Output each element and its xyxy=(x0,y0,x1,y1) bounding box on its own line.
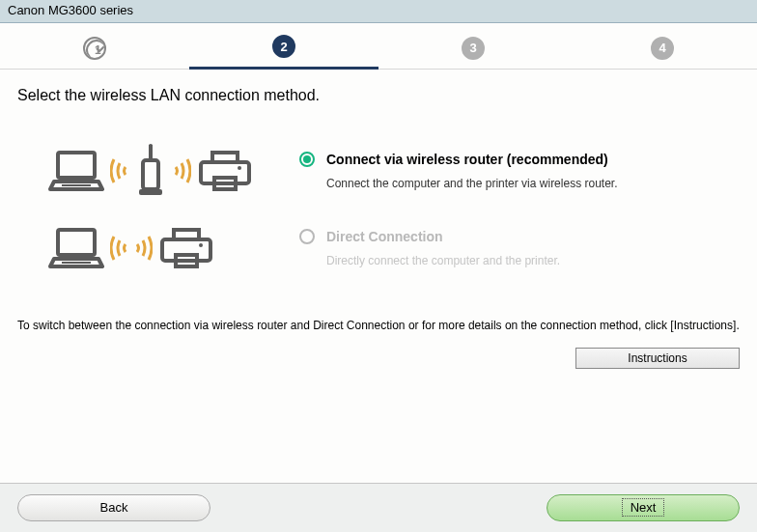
option2-desc: Directly connect the computer and the pr… xyxy=(326,254,728,267)
step-2: 2 xyxy=(189,35,378,70)
page-heading: Select the wireless LAN connection metho… xyxy=(0,70,757,114)
printer-icon xyxy=(158,226,214,270)
signal-icon xyxy=(110,152,129,190)
router-icon xyxy=(135,143,166,199)
svg-point-17 xyxy=(199,243,203,247)
svg-point-11 xyxy=(238,166,241,170)
svg-point-5 xyxy=(149,144,153,148)
svg-rect-8 xyxy=(201,162,249,183)
option2-title: Direct Connection xyxy=(326,229,443,244)
svg-rect-9 xyxy=(212,153,238,162)
step-4: 4 xyxy=(568,37,757,60)
step-2-label: 2 xyxy=(280,40,287,54)
step-1-done-icon: 1 xyxy=(83,37,106,60)
next-button-label: Next xyxy=(622,498,665,517)
svg-rect-14 xyxy=(162,239,210,261)
option-wireless-router[interactable]: Connect via wireless router (recommended… xyxy=(48,143,728,199)
svg-rect-2 xyxy=(58,153,95,178)
option1-graphic xyxy=(48,143,290,199)
step-4-label: 4 xyxy=(659,41,665,55)
option2-graphic xyxy=(48,226,290,270)
footer-nav: Back Next xyxy=(0,483,757,531)
step-1: 1 xyxy=(0,37,189,60)
printer-icon xyxy=(197,149,253,193)
laptop-icon xyxy=(48,226,104,270)
instructions-button[interactable]: Instructions xyxy=(575,348,740,369)
signal-icon xyxy=(110,229,153,267)
radio-direct-connection xyxy=(299,229,315,244)
option-direct-connection: Direct Connection Directly connect the c… xyxy=(48,226,728,270)
signal-icon xyxy=(172,152,191,190)
svg-rect-15 xyxy=(174,230,199,239)
laptop-icon xyxy=(48,149,104,193)
step-3: 3 xyxy=(378,37,568,60)
svg-rect-6 xyxy=(143,160,158,189)
step-3-label: 3 xyxy=(469,41,476,55)
window-title: Canon MG3600 series xyxy=(8,3,133,17)
back-button[interactable]: Back xyxy=(17,494,210,521)
hint-text: To switch between the connection via wir… xyxy=(0,317,757,334)
options-area: Connect via wireless router (recommended… xyxy=(0,114,757,307)
svg-rect-7 xyxy=(139,189,162,195)
svg-rect-12 xyxy=(58,230,95,255)
next-button[interactable]: Next xyxy=(547,494,740,521)
window-titlebar: Canon MG3600 series xyxy=(0,0,757,23)
option1-desc: Connect the computer and the printer via… xyxy=(326,177,728,190)
radio-wireless-router[interactable] xyxy=(299,152,315,167)
step-indicator: 1 2 3 4 xyxy=(0,23,757,70)
main-content: 1 2 3 4 Select the wireless LAN connecti… xyxy=(0,23,757,483)
option1-title: Connect via wireless router (recommended… xyxy=(326,152,608,167)
